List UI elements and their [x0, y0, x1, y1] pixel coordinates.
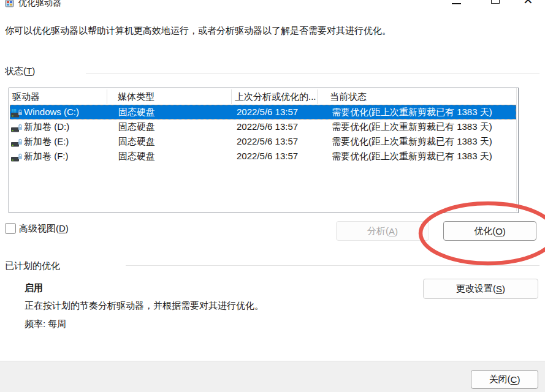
column-header-current-status[interactable]: 当前状态: [330, 88, 367, 105]
windows-drive-icon: [11, 108, 23, 117]
scheduled-frequency: 频率: 每周: [25, 318, 66, 330]
separator: [126, 265, 539, 266]
cell-last-run: 2022/5/6 13:57: [237, 149, 298, 164]
column-separator: [231, 89, 232, 104]
drive-row-f[interactable]: 新加卷 (F:) 固态硬盘 2022/5/6 13:57 需要优化(距上次重新剪…: [10, 149, 516, 164]
cell-drive: Windows (C:): [24, 105, 79, 119]
advanced-view-checkbox[interactable]: [5, 223, 16, 234]
intro-text: 你可以优化驱动器以帮助计算机更高效地运行，或者分析驱动器以了解是否需要对其进行优…: [5, 25, 391, 37]
change-settings-button[interactable]: 更改设置(S): [423, 279, 538, 299]
cell-status: 需要优化(距上次重新剪裁已有 1383 天): [332, 134, 492, 149]
cell-status: 需要优化(距上次重新剪裁已有 1383 天): [332, 149, 492, 164]
dialog-footer: [0, 361, 545, 392]
scheduled-state: 启用: [25, 282, 43, 294]
status-section-label: 状态(T): [5, 66, 35, 77]
drive-row-c[interactable]: Windows (C:) 固态硬盘 2022/5/6 13:57 需要优化(距上…: [10, 105, 516, 119]
cell-media-type: 固态硬盘: [118, 119, 155, 134]
close-dialog-button[interactable]: 关闭(C): [471, 370, 538, 389]
column-header-last-run[interactable]: 上次分析或优化的...: [235, 88, 316, 105]
drive-icon: [11, 137, 23, 146]
cell-last-run: 2022/5/6 13:57: [237, 119, 298, 134]
cell-last-run: 2022/5/6 13:57: [237, 105, 298, 119]
scheduled-description: 正在按计划的节奏分析驱动器，并根据需要对其进行优化。: [25, 300, 264, 312]
defrag-app-icon: [5, 0, 15, 9]
close-icon[interactable]: ✕: [523, 0, 533, 6]
optimize-button[interactable]: 优化(O): [443, 221, 536, 241]
drive-icon: [11, 152, 23, 161]
window-title: 优化驱动器: [18, 0, 61, 9]
column-separator: [516, 88, 517, 211]
column-header-drive[interactable]: 驱动器: [12, 88, 40, 105]
separator: [86, 74, 539, 74]
cell-last-run: 2022/5/6 13:57: [237, 134, 298, 149]
cell-status: 需要优化(距上次重新剪裁已有 1383 天): [332, 105, 492, 119]
column-header-media-type[interactable]: 媒体类型: [118, 88, 154, 105]
analyze-button[interactable]: 分析(A): [336, 221, 429, 241]
cell-media-type: 固态硬盘: [118, 149, 155, 164]
column-separator: [317, 89, 318, 104]
cell-drive: 新加卷 (D:): [24, 119, 69, 134]
cell-media-type: 固态硬盘: [118, 105, 155, 119]
drive-row-e[interactable]: 新加卷 (E:) 固态硬盘 2022/5/6 13:57 需要优化(距上次重新剪…: [10, 134, 516, 149]
maximize-icon[interactable]: [491, 0, 500, 4]
minimize-icon[interactable]: [452, 3, 461, 4]
drive-row-d[interactable]: 新加卷 (D:) 固态硬盘 2022/5/6 13:57 需要优化(距上次重新剪…: [10, 119, 516, 134]
cell-drive: 新加卷 (F:): [24, 149, 69, 164]
cell-status: 需要优化(距上次重新剪裁已有 1383 天): [332, 119, 492, 134]
cell-media-type: 固态硬盘: [118, 134, 155, 149]
cell-drive: 新加卷 (E:): [24, 134, 69, 149]
advanced-view-label[interactable]: 高级视图(D): [19, 223, 69, 235]
column-separator: [107, 89, 107, 104]
scheduled-section-heading: 已计划的优化: [5, 260, 60, 272]
drive-icon: [11, 123, 23, 132]
drives-table: 驱动器 媒体类型 上次分析或优化的... 当前状态 Windows (C:) 固…: [9, 88, 519, 213]
